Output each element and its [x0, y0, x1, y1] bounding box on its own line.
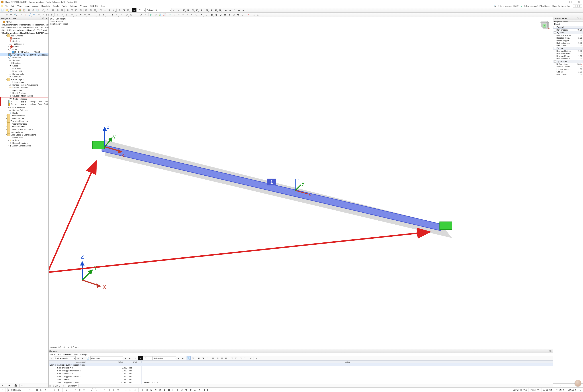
minimize-button[interactable]: —	[558, 0, 566, 4]
menu-options[interactable]: Options	[68, 4, 78, 8]
calc4-icon[interactable]: 📈	[162, 13, 166, 17]
imp3-icon[interactable]: ⬘	[232, 8, 236, 12]
section-icon[interactable]: ▭	[103, 8, 107, 12]
misc8-icon[interactable]: ⬡	[240, 13, 244, 17]
menu-assign[interactable]: Assign	[31, 4, 40, 8]
close-button[interactable]: ✕	[574, 0, 583, 4]
misc5-icon[interactable]: ◉▾	[227, 13, 232, 17]
keyword-search[interactable]: Enter a keyword (Alt+Q)	[496, 5, 521, 7]
lc-number-combo[interactable]: LC1	[137, 8, 146, 12]
edit1-icon[interactable]: ✂▾	[70, 13, 74, 17]
menu-calculate[interactable]: Calculate	[40, 4, 51, 8]
edit3-icon[interactable]: ⇄▾	[78, 13, 82, 17]
open-icon[interactable]: 📂▾	[5, 8, 9, 12]
res-on-icon[interactable]: ✔	[168, 13, 172, 17]
opening-icon[interactable]: ◯▾	[45, 13, 49, 17]
rotate-icon[interactable]: ⟳	[9, 13, 13, 17]
view3-icon[interactable]: ◫	[74, 8, 78, 12]
res3-icon[interactable]: ◫▾	[190, 8, 194, 12]
sup2-icon[interactable]: ▽▾	[60, 13, 64, 17]
select-icon[interactable]: ↖▾	[0, 13, 4, 17]
mdi-close-button[interactable]: ×	[579, 4, 582, 8]
line-icon[interactable]: ╱▾	[24, 13, 28, 17]
lc-next-icon[interactable]: ▸	[176, 8, 180, 12]
load3-icon[interactable]: ⬇▾	[102, 13, 106, 17]
mod4-icon[interactable]: ▣▾	[218, 8, 222, 12]
redo-icon[interactable]: ↷▾	[45, 8, 49, 12]
res-a-icon[interactable]: ∿	[172, 13, 176, 17]
cloud-icon[interactable]: ☁	[241, 8, 245, 12]
sup3-icon[interactable]: ◁▾	[64, 13, 68, 17]
mod2-icon[interactable]: ▣▾	[209, 8, 213, 12]
sketch-icon[interactable]: ✎	[144, 13, 148, 17]
calc1-icon[interactable]: ▶	[149, 13, 153, 17]
member-icon[interactable]: 〰▾	[32, 13, 36, 17]
imp4-icon[interactable]: ⬙	[237, 8, 241, 12]
axes-icon[interactable]: ✦▾	[112, 8, 116, 12]
print-icon[interactable]: 🖨	[31, 8, 35, 12]
printout-icon[interactable]: 📑	[35, 8, 39, 12]
model-tree-icon[interactable]: 🧮	[18, 8, 22, 12]
del-icon[interactable]: ✕▾	[246, 13, 250, 17]
new-icon[interactable]: 📄▾	[0, 8, 4, 12]
res-e-icon[interactable]: ≈	[190, 13, 194, 17]
menu-help[interactable]: Help	[100, 4, 107, 8]
menu-cadbim[interactable]: CAD-BIM	[88, 4, 100, 8]
edit5-icon[interactable]: ⟳▾	[87, 13, 91, 17]
edit2-icon[interactable]: ⎘▾	[74, 13, 78, 17]
mdi-restore-button[interactable]: ❐	[576, 4, 579, 8]
zoom-icon[interactable]: 🔍▾	[14, 13, 18, 17]
res4-icon[interactable]: ◩▾	[195, 8, 199, 12]
imp1-icon[interactable]: ⬖	[224, 8, 228, 12]
misc1-icon[interactable]: ◐▾	[210, 13, 214, 17]
load6-icon[interactable]: ⇩▾	[115, 13, 119, 17]
menu-edit[interactable]: Edit	[10, 4, 16, 8]
display2-icon[interactable]: ◨	[122, 8, 126, 12]
snap-icon[interactable]: ▦▾	[56, 8, 60, 12]
render3-icon[interactable]: ▤▾	[93, 8, 97, 12]
surface-icon[interactable]: ▰▾	[36, 13, 41, 17]
calc3-icon[interactable]: 📊	[158, 13, 162, 17]
tool-b-icon[interactable]: ⬚	[256, 13, 260, 17]
gridplane-icon[interactable]: ▦	[107, 8, 111, 12]
text-icon[interactable]: A	[139, 13, 143, 17]
view1-icon[interactable]: ◫	[66, 8, 70, 12]
render1-icon[interactable]: ▧	[84, 8, 88, 12]
menu-results[interactable]: Results	[51, 4, 61, 8]
res-b-icon[interactable]: ≋	[177, 13, 181, 17]
misc6-icon[interactable]: ◎	[232, 13, 236, 17]
filter1-icon[interactable]: ▼▾	[200, 13, 204, 17]
lc-prev-icon[interactable]: ◂	[172, 8, 176, 12]
pan-icon[interactable]: ✥	[5, 13, 9, 17]
menu-tools[interactable]: Tools	[61, 4, 68, 8]
navigation-cube[interactable]: +Y	[538, 18, 551, 22]
res-c-icon[interactable]: ≈▾	[181, 13, 185, 17]
release-icon[interactable]: ◎▾	[129, 13, 133, 17]
table-icon[interactable]: ▦	[26, 8, 30, 12]
load5-icon[interactable]: ⬇▾	[110, 13, 114, 17]
menu-window[interactable]: Window	[78, 4, 88, 8]
solid-icon[interactable]: ◆▾	[50, 13, 54, 17]
mdi-min-button[interactable]: –	[573, 4, 576, 8]
view2-icon[interactable]: ◫	[70, 8, 74, 12]
undo-icon[interactable]: ↶▾	[41, 8, 45, 12]
display1-icon[interactable]: ◧	[117, 8, 121, 12]
filter2-icon[interactable]: ▽	[204, 13, 208, 17]
viewport-3d[interactable]: LC1 - Self-weight Static Analysis Rotati…	[49, 17, 553, 22]
node-icon[interactable]: •▾	[19, 13, 23, 17]
misc7-icon[interactable]: ⬢▾	[236, 13, 240, 17]
imp2-icon[interactable]: ⬗	[228, 8, 232, 12]
tree-root[interactable]: RFEM	[6, 21, 12, 22]
load7-icon[interactable]: ⬇▾	[119, 13, 123, 17]
layer-icon[interactable]: ▤	[60, 8, 64, 12]
mod3-icon[interactable]: ▣▾	[214, 8, 218, 12]
edit4-icon[interactable]: ⟲▾	[83, 13, 87, 17]
misc3-icon[interactable]: ◒	[218, 13, 223, 17]
res-f-icon[interactable]: ∿	[194, 13, 198, 17]
render2-icon[interactable]: ▨	[88, 8, 92, 12]
res2-icon[interactable]: ◪▾	[186, 8, 190, 12]
navigator-close-icon[interactable]: ✕	[45, 17, 48, 20]
sup1-icon[interactable]: △▾	[56, 13, 60, 17]
tool-a-icon[interactable]: ⬚	[252, 13, 256, 17]
menu-insert[interactable]: Insert	[23, 4, 31, 8]
